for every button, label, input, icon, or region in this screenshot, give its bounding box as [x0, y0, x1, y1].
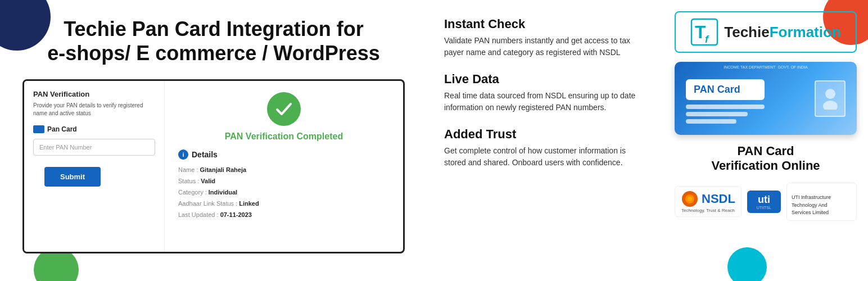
feature1-title: Instant Check: [444, 17, 647, 31]
pan-card-govt-text: INCOME TAX DEPARTMENT GOVT. OF INDIA: [724, 65, 808, 69]
detail-last-updated-row: Last Updated : 07-11-2023: [178, 211, 390, 218]
verification-status-text: PAN Verification Completed: [178, 132, 390, 142]
details-label: Details: [192, 150, 218, 159]
feature2-desc: Real time data sourced from NSDL ensurin…: [444, 90, 647, 114]
info-icon: i: [178, 149, 188, 160]
tf-icon: T f: [690, 18, 718, 46]
nsdl-logo: NSDL Technology, Trust & Reach: [675, 186, 742, 217]
svg-point-7: [688, 197, 692, 201]
left-section: Techie Pan Card Integration for e-shops/…: [0, 0, 427, 281]
name-label: Name :: [178, 166, 198, 173]
detail-category-row: Category : Individual: [178, 189, 390, 196]
pan-verification-online-title: PAN Card Verification Online: [711, 144, 820, 174]
last-updated-label: Last Updated :: [178, 211, 219, 218]
nsdl-logo-top: NSDL: [681, 190, 735, 208]
nsdl-gear-icon: [681, 190, 699, 208]
status-value: Valid: [201, 178, 215, 184]
uti-logo: uti UTIITSL: [747, 191, 781, 213]
main-container: Techie Pan Card Integration for e-shops/…: [0, 0, 868, 281]
widget-mockup: PAN Verification Provide your PAN detail…: [22, 79, 405, 253]
detail-name-row: Name : Gitanjali Raheja: [178, 166, 390, 173]
feature-instant-check: Instant Check Validate PAN numbers insta…: [444, 17, 647, 58]
svg-point-4: [823, 101, 838, 110]
detail-aadhaar-row: Aadhaar Link Status : Linked: [178, 200, 390, 207]
detail-status-row: Status : Valid: [178, 178, 390, 184]
pan-card-lines: [686, 105, 765, 124]
uti-subtitle: UTIITSL: [757, 206, 771, 210]
pan-card-avatar: [815, 80, 846, 117]
widget-right-panel: PAN Verification Completed i Details Nam…: [165, 81, 403, 252]
page-title: Techie Pan Card Integration for e-shops/…: [22, 17, 405, 65]
submit-button[interactable]: Submit: [44, 167, 101, 187]
feature-live-data: Live Data Real time data sourced from NS…: [444, 72, 647, 114]
feature3-title: Added Trust: [444, 127, 647, 142]
widget-title: PAN Verification: [33, 90, 155, 98]
widget-subtitle: Provide your PAN details to verify regis…: [33, 102, 155, 117]
svg-text:f: f: [705, 34, 709, 45]
feature3-desc: Get complete control of how customer inf…: [444, 145, 647, 169]
pan-card-icon: [33, 125, 44, 133]
details-header: i Details: [178, 149, 390, 160]
pan-card-image: INCOME TAX DEPARTMENT GOVT. OF INDIA PAN…: [675, 62, 857, 135]
pan-card-content: PAN Card: [686, 79, 765, 124]
widget-left-panel: PAN Verification Provide your PAN detail…: [24, 81, 165, 252]
feature2-title: Live Data: [444, 72, 647, 87]
partner-logos-row: NSDL Technology, Trust & Reach uti UTIIT…: [675, 183, 857, 221]
pan-card-label-text: Pan Card: [47, 125, 77, 133]
pan-card-label-row: Pan Card: [33, 125, 155, 133]
feature1-desc: Validate PAN numbers instantly and get a…: [444, 35, 647, 58]
svg-point-3: [825, 89, 835, 99]
status-label: Status :: [178, 178, 199, 184]
svg-text:T: T: [695, 22, 706, 42]
category-label: Category :: [178, 189, 207, 196]
nsdl-text: NSDL: [702, 192, 735, 206]
middle-section: Instant Check Validate PAN numbers insta…: [427, 0, 663, 281]
aadhaar-label: Aadhaar Link Status :: [178, 200, 237, 207]
pan-card-line2: [686, 112, 748, 116]
pan-card-line1: [686, 105, 765, 109]
uti-text: uti: [758, 194, 770, 206]
feature-added-trust: Added Trust Get complete control of how …: [444, 127, 647, 169]
formation-text: Formation: [770, 24, 841, 40]
techie-formation-logo: T f TechieFormation: [675, 11, 857, 53]
pan-card-line3: [686, 119, 736, 124]
checkmark-container: [178, 92, 390, 126]
pan-card-badge-text: PAN Card: [686, 79, 765, 100]
nsdl-subtitle: Technology, Trust & Reach: [681, 208, 735, 213]
pan-number-input[interactable]: Enter PAN Number: [33, 139, 155, 156]
aadhaar-value: Linked: [239, 200, 259, 207]
techie-text: Techie: [724, 24, 769, 40]
category-value: Individual: [209, 189, 237, 196]
techie-formation-text: TechieFormation: [724, 24, 841, 41]
right-section: T f TechieFormation INCOME TAX DEPARTMEN…: [663, 0, 868, 281]
success-checkmark: [267, 92, 301, 126]
uti-info-text: UTI Infrastructure Technology And Servic…: [786, 183, 857, 221]
details-section: i Details Name : Gitanjali Raheja Status…: [178, 149, 390, 223]
name-value: Gitanjali Raheja: [200, 166, 247, 173]
last-updated-value: 07-11-2023: [220, 211, 252, 218]
